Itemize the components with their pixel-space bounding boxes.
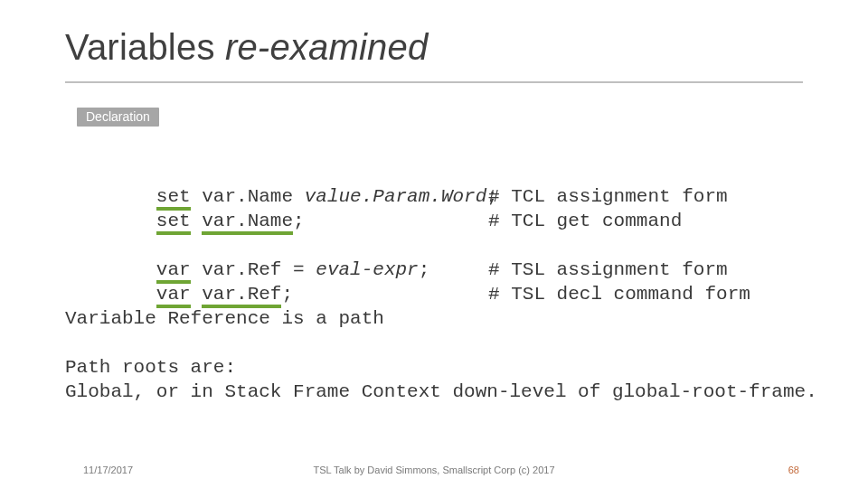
comment: # TCL assignment form: [488, 184, 728, 209]
footer-center: TSL Talk by David Simmons, Smallscript C…: [0, 465, 868, 475]
value-word: value.Param.Word: [305, 186, 487, 207]
code-line-3: var var.Ref = eval-expr; # TSL assignmen…: [65, 209, 807, 233]
code-line-4: var var.Ref; # TSL decl command form: [65, 233, 807, 258]
footer-page: 68: [788, 465, 799, 475]
code-line-2: set var.Name; # TCL get command: [65, 160, 807, 184]
semicolon: ;: [419, 259, 430, 280]
slide: Variables re-examined Declaration set va…: [0, 0, 868, 488]
slide-title: Variables re-examined: [65, 27, 428, 68]
code-line-1: set var.Name value.Param.Word; # TCL ass…: [65, 136, 807, 160]
declaration-tag: Declaration: [77, 108, 159, 127]
code-line-5: Variable Reference is a path: [65, 282, 807, 306]
title-text-plain: Variables: [65, 27, 225, 67]
eval-expr: eval-expr: [316, 259, 418, 280]
var-ref-statement: Variable Reference is a path: [65, 306, 384, 331]
code-block: set var.Name value.Param.Word; # TCL ass…: [65, 136, 807, 380]
comment: # TSL assignment form: [488, 258, 728, 282]
code-line-6: Path roots are:: [65, 331, 807, 355]
title-divider: [65, 81, 803, 83]
slide-footer: 11/17/2017 TSL Talk by David Simmons, Sm…: [0, 459, 868, 475]
title-text-italic: re-examined: [225, 27, 429, 67]
code-line-7: Global, or in Stack Frame Context down-l…: [65, 355, 807, 380]
path-roots-detail: Global, or in Stack Frame Context down-l…: [65, 380, 817, 404]
